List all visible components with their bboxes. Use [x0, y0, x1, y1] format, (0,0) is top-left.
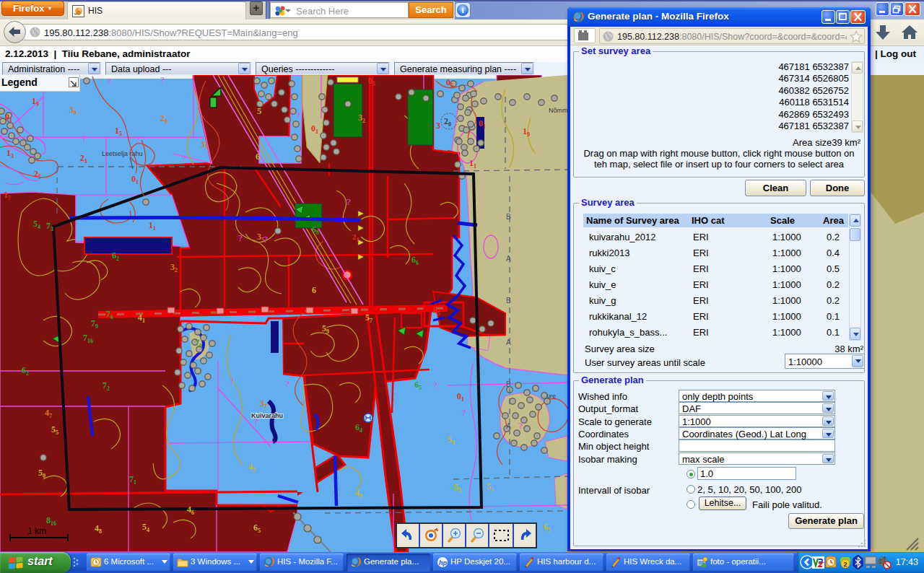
svg-text:?: ?	[82, 133, 87, 144]
svg-text:?: ?	[107, 76, 111, 87]
svg-text:?: ?	[238, 232, 243, 243]
svg-text:?: ?	[230, 375, 234, 386]
svg-text:Leetselja rahu: Leetselja rahu	[102, 150, 143, 157]
svg-text:B: B	[506, 380, 511, 388]
svg-text:?: ?	[263, 234, 268, 245]
svg-text:?: ?	[285, 378, 289, 389]
svg-text:3: 3	[436, 121, 440, 131]
svg-text:B: B	[506, 213, 511, 221]
svg-text:5: 5	[257, 105, 262, 116]
svg-text:B: B	[506, 297, 511, 305]
svg-text:?: ?	[160, 75, 165, 85]
svg-text:?: ?	[182, 153, 186, 164]
svg-text:?: ?	[296, 110, 300, 121]
svg-text:hp: hp	[439, 559, 447, 567]
svg-text:2: 2	[844, 561, 847, 568]
svg-text:?: ?	[433, 380, 437, 390]
svg-text:?: ?	[346, 196, 351, 207]
svg-text:A: A	[506, 422, 511, 430]
svg-text:Kuivarahu: Kuivarahu	[251, 412, 283, 419]
svg-text:?: ?	[136, 134, 140, 144]
svg-text:?: ?	[462, 407, 466, 418]
svg-text:6: 6	[312, 285, 316, 295]
svg-text:?: ?	[518, 420, 523, 431]
svg-text:Nõmm: Nõmm	[549, 107, 568, 114]
svg-text:ure: ure	[546, 393, 556, 400]
svg-text:A: A	[506, 338, 511, 346]
svg-text:1 km: 1 km	[27, 526, 46, 536]
svg-text:6: 6	[256, 151, 261, 162]
svg-text:A: A	[506, 255, 511, 263]
